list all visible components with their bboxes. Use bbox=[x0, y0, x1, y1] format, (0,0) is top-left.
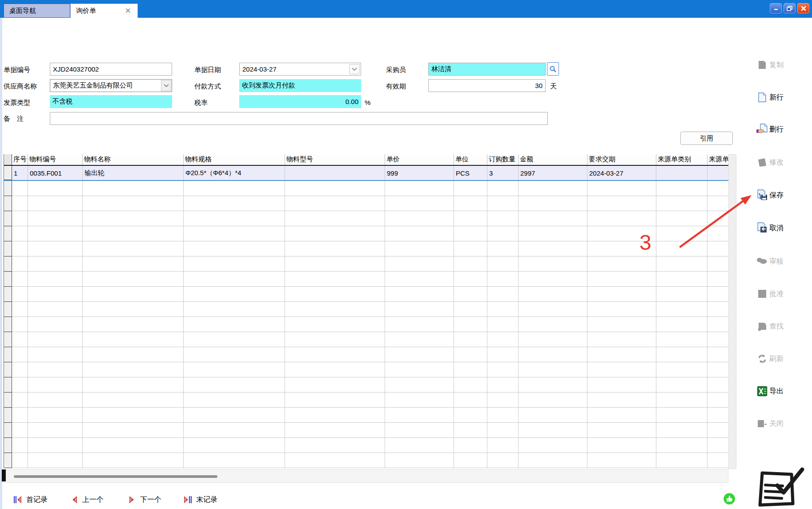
table-cell[interactable] bbox=[519, 347, 587, 362]
table-cell[interactable] bbox=[454, 393, 487, 408]
table-cell[interactable] bbox=[707, 362, 729, 377]
table-cell[interactable] bbox=[385, 453, 454, 468]
table-cell[interactable] bbox=[184, 438, 285, 453]
save-button[interactable]: 保存 bbox=[756, 188, 806, 202]
table-cell[interactable] bbox=[454, 423, 487, 438]
table-cell[interactable] bbox=[285, 377, 385, 393]
table-cell[interactable] bbox=[454, 347, 487, 362]
table-cell[interactable] bbox=[385, 317, 454, 332]
table-cell[interactable] bbox=[487, 332, 519, 347]
table-cell[interactable] bbox=[487, 362, 519, 377]
table-row[interactable] bbox=[4, 347, 728, 362]
table-cell[interactable] bbox=[385, 302, 454, 317]
table-cell[interactable] bbox=[519, 241, 587, 257]
table-cell[interactable] bbox=[519, 362, 587, 377]
table-cell[interactable] bbox=[487, 393, 519, 408]
table-cell[interactable]: 2024-03-27 bbox=[587, 166, 656, 180]
table-cell[interactable] bbox=[83, 226, 184, 241]
table-cell[interactable] bbox=[385, 287, 454, 302]
table-cell[interactable] bbox=[385, 332, 454, 347]
table-row[interactable] bbox=[4, 393, 728, 408]
table-cell[interactable] bbox=[28, 362, 83, 377]
table-cell[interactable] bbox=[184, 302, 285, 317]
table-cell[interactable] bbox=[285, 393, 385, 408]
row-header-cell[interactable] bbox=[4, 393, 12, 408]
table-row[interactable] bbox=[4, 332, 728, 347]
table-cell[interactable] bbox=[454, 287, 487, 302]
table-cell[interactable]: 0035.F001 bbox=[28, 166, 83, 180]
row-header-cell[interactable] bbox=[4, 181, 12, 196]
table-cell[interactable] bbox=[656, 362, 707, 377]
table-cell[interactable] bbox=[28, 241, 83, 257]
table-cell[interactable] bbox=[487, 317, 519, 332]
table-cell[interactable] bbox=[454, 453, 487, 468]
table-cell[interactable] bbox=[28, 287, 83, 302]
table-cell[interactable] bbox=[487, 257, 519, 272]
table-cell[interactable] bbox=[519, 257, 587, 272]
table-cell[interactable] bbox=[519, 408, 587, 423]
table-cell[interactable] bbox=[285, 317, 385, 332]
copy-button[interactable]: 复制 bbox=[756, 58, 806, 72]
table-row[interactable] bbox=[4, 257, 728, 272]
table-cell[interactable] bbox=[28, 272, 83, 287]
table-cell[interactable] bbox=[28, 302, 83, 317]
table-cell[interactable] bbox=[28, 317, 83, 332]
table-cell[interactable] bbox=[385, 257, 454, 272]
row-header-cell[interactable] bbox=[4, 166, 12, 180]
table-cell[interactable] bbox=[454, 241, 487, 257]
table-cell[interactable] bbox=[83, 287, 184, 302]
table-cell[interactable] bbox=[12, 408, 28, 423]
table-cell[interactable] bbox=[519, 393, 587, 408]
tab-inquiry-form[interactable]: 询价单 ✕ bbox=[70, 4, 138, 18]
table-cell[interactable] bbox=[12, 377, 28, 393]
table-cell[interactable] bbox=[83, 257, 184, 272]
table-cell[interactable] bbox=[12, 226, 28, 241]
reference-button[interactable]: 引用 bbox=[680, 132, 733, 145]
table-cell[interactable] bbox=[656, 272, 707, 287]
table-cell[interactable] bbox=[454, 408, 487, 423]
table-cell[interactable] bbox=[454, 362, 487, 377]
scrollbar-thumb[interactable] bbox=[14, 475, 217, 478]
table-cell[interactable] bbox=[519, 377, 587, 393]
table-cell[interactable] bbox=[519, 211, 587, 226]
approve-button[interactable]: 批准 bbox=[756, 287, 806, 301]
table-cell[interactable] bbox=[707, 287, 729, 302]
doc-no-field[interactable]: XJD240327002 bbox=[50, 63, 172, 76]
buyer-field[interactable]: 林洁清 bbox=[428, 63, 546, 76]
row-header-cell[interactable] bbox=[4, 377, 12, 393]
row-header-cell[interactable] bbox=[4, 257, 12, 272]
table-cell[interactable] bbox=[285, 181, 385, 196]
table-cell[interactable] bbox=[656, 408, 707, 423]
table-cell[interactable] bbox=[184, 453, 285, 468]
row-header-cell[interactable] bbox=[4, 196, 12, 211]
table-row[interactable] bbox=[4, 302, 728, 317]
table-cell[interactable] bbox=[12, 347, 28, 362]
table-cell[interactable] bbox=[83, 377, 184, 393]
table-row[interactable] bbox=[4, 181, 728, 196]
table-cell[interactable] bbox=[707, 453, 729, 468]
table-cell[interactable] bbox=[285, 453, 385, 468]
table-cell[interactable] bbox=[385, 272, 454, 287]
table-cell[interactable] bbox=[12, 181, 28, 196]
table-cell[interactable] bbox=[285, 423, 385, 438]
table-cell[interactable] bbox=[519, 302, 587, 317]
table-cell[interactable]: 1 bbox=[12, 166, 28, 180]
row-header-cell[interactable] bbox=[4, 287, 12, 302]
table-cell[interactable] bbox=[285, 347, 385, 362]
table-cell[interactable] bbox=[184, 241, 285, 257]
chevron-down-icon[interactable] bbox=[349, 64, 360, 74]
doc-date-field[interactable]: 2024-03-27 bbox=[239, 63, 361, 76]
table-cell[interactable] bbox=[707, 423, 729, 438]
table-cell[interactable] bbox=[83, 211, 184, 226]
table-cell[interactable] bbox=[587, 377, 656, 393]
table-cell[interactable] bbox=[587, 347, 656, 362]
table-cell[interactable] bbox=[454, 196, 487, 211]
table-cell[interactable] bbox=[656, 438, 707, 453]
table-cell[interactable] bbox=[83, 408, 184, 423]
table-cell[interactable] bbox=[587, 438, 656, 453]
table-cell[interactable] bbox=[83, 393, 184, 408]
table-cell[interactable] bbox=[184, 362, 285, 377]
table-cell[interactable] bbox=[12, 438, 28, 453]
table-row[interactable] bbox=[4, 453, 728, 468]
table-cell[interactable] bbox=[454, 181, 487, 196]
